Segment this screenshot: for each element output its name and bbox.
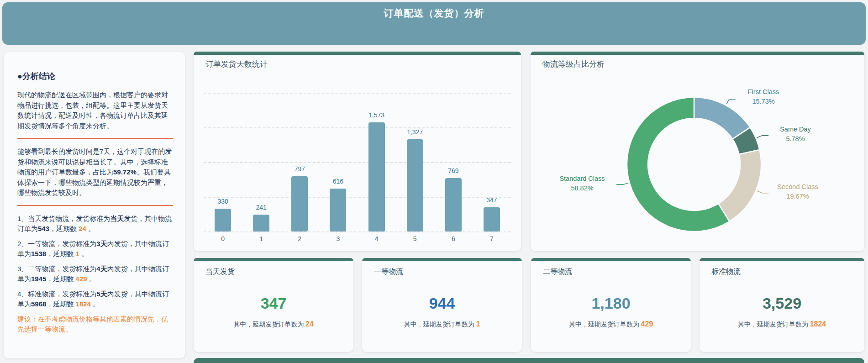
- bar-5-days[interactable]: [407, 139, 423, 231]
- text-run: 。: [79, 250, 88, 258]
- gridline: [204, 93, 511, 94]
- orange-divider: [17, 138, 173, 139]
- page-title: 订单配送（发货）分析: [2, 2, 866, 20]
- analysis-paragraph-2: 能够看到最长的发货时间是7天，这个对于现在的发货和物流来说可以说是相当长了。其中…: [17, 147, 173, 198]
- kpi-card-second-class: 二等物流 1,180 其中，延期发货订单数为 429: [531, 258, 691, 352]
- bar-chart-card: 订单发货天数统计 33002411797261631,57341,3275769…: [194, 52, 521, 251]
- x-axis-tick: 2: [281, 235, 318, 242]
- card-top-accent: [194, 258, 353, 261]
- bar-chart-title: 订单发货天数统计: [205, 59, 268, 69]
- bar-value-label: 1,327: [397, 128, 433, 136]
- x-axis-tick: 0: [205, 235, 241, 242]
- x-axis-tick: 5: [397, 235, 433, 242]
- text-run: ，延期数: [46, 275, 75, 283]
- slice-percent: 15.73%: [731, 97, 795, 106]
- text-run: 24: [79, 225, 86, 232]
- gridline: [204, 231, 511, 232]
- text-run: 。: [91, 300, 100, 308]
- bar-7-days[interactable]: [484, 207, 500, 231]
- kpi-delay-count: 1: [476, 320, 480, 328]
- kpi-title: 一等物流: [374, 267, 403, 277]
- slice-percent: 5.78%: [766, 134, 825, 144]
- slice-name: First Class: [748, 88, 779, 95]
- gridline: [204, 127, 511, 128]
- gridline: [204, 162, 511, 163]
- bar-6-days[interactable]: [445, 178, 462, 231]
- donut-label-second-class: Second Class19.67%: [761, 182, 834, 201]
- kpi-note: 其中，延期发货订单数为 24: [194, 320, 353, 329]
- donut-chart-card: 物流等级占比分析 First Class15.73%Same Day5.78%S…: [531, 52, 864, 251]
- bar-value-label: 330: [205, 198, 241, 205]
- analysis-conclusion-panel: ●分析结论 现代的物流配送在区域范围内，根据客户的要求对物品进行挑选，包装，组配…: [4, 52, 185, 358]
- next-row-card-accent: [194, 358, 864, 363]
- kpi-note: 其中，延期发货订单数为 429: [531, 320, 691, 329]
- slice-name: Second Class: [777, 183, 818, 190]
- slice-percent: 19.67%: [761, 192, 834, 201]
- text-run: ，延期数: [46, 250, 75, 258]
- slice-name: Standard Class: [559, 175, 605, 182]
- kpi-delay-count: 429: [641, 320, 653, 328]
- text-run: 543: [38, 225, 49, 232]
- bar-2-days[interactable]: [291, 176, 308, 231]
- text-run: 2、一等物流，发货标准为: [17, 240, 96, 247]
- logistics-item-list: 1、当天发货物流，发货标准为当天发货，其中物流订单为543，延期数 24 。2、…: [17, 214, 173, 310]
- donut-label-same-day: Same Day5.78%: [766, 125, 825, 144]
- logistics-item: 1、当天发货物流，发货标准为当天发货，其中物流订单为543，延期数 24 。: [17, 214, 173, 234]
- card-top-accent: [362, 258, 522, 261]
- donut-label-first-class: First Class15.73%: [731, 87, 795, 106]
- kpi-note: 其中，延期发货订单数为 1: [362, 320, 522, 329]
- donut-chart: [531, 52, 864, 251]
- kpi-title: 当天发货: [205, 267, 235, 277]
- kpi-card-same-day: 当天发货 347 其中，延期发货订单数为 24: [194, 258, 353, 352]
- logistics-item: 3、二等物流，发货标准为4天内发货，其中物流订单为1945，延期数 429 。: [17, 264, 173, 284]
- x-axis-tick: 6: [435, 235, 472, 242]
- donut-label-standard-class: Standard Class58.82%: [548, 174, 616, 193]
- logistics-item: 2、一等物流，发货标准为3天内发货，其中物流订单为1538，延期数 1 。: [17, 239, 173, 259]
- advice-text: 建议：在不考虑物流价格等其他因素的情况先，优先选择一等物流。: [17, 314, 173, 335]
- donut-slice-second-class[interactable]: [718, 150, 761, 221]
- bar-0-days[interactable]: [215, 209, 231, 231]
- text-run: 1945: [31, 275, 46, 283]
- text-run: 1、当天发货物流，发货标准为: [17, 215, 110, 222]
- bar-value-label: 616: [320, 178, 356, 185]
- card-top-accent: [531, 258, 691, 261]
- kpi-note-text: 其中，延期发货订单数为: [738, 321, 810, 328]
- x-axis-tick: 1: [243, 235, 279, 242]
- kpi-title: 二等物流: [543, 267, 572, 277]
- text-run: 59.72%: [113, 168, 137, 176]
- header-banner: 订单配送（发货）分析: [2, 2, 866, 45]
- kpi-value: 3,529: [700, 295, 864, 312]
- x-axis-tick: 4: [358, 235, 395, 242]
- kpi-delay-count: 1824: [810, 320, 826, 328]
- kpi-card-standard-class: 标准物流 3,529 其中，延期发货订单数为 1824: [700, 258, 864, 352]
- text-run: 。: [87, 275, 96, 283]
- bar-value-label: 347: [473, 196, 510, 204]
- kpi-card-first-class: 一等物流 944 其中，延期发货订单数为 1: [362, 258, 522, 352]
- bar-value-label: 797: [281, 165, 318, 173]
- kpi-note-text: 其中，延期发货订单数为: [404, 321, 476, 328]
- kpi-note-text: 其中，延期发货订单数为: [569, 321, 641, 328]
- gridline: [204, 197, 511, 198]
- bar-3-days[interactable]: [330, 189, 346, 231]
- label-leader-line: [616, 183, 628, 184]
- kpi-delay-count: 24: [305, 320, 314, 328]
- text-run: 。: [86, 225, 95, 232]
- bar-4-days[interactable]: [368, 122, 385, 231]
- logistics-item: 4、标准物流，发货标准为5天内发货，其中物流订单为5968，延期数 1824 。: [17, 289, 173, 310]
- bar-1-days[interactable]: [253, 215, 269, 231]
- kpi-value: 944: [362, 295, 522, 312]
- slice-percent: 58.82%: [548, 184, 616, 193]
- orange-divider: [17, 205, 173, 206]
- text-run: 1538: [31, 250, 46, 258]
- bar-value-label: 1,573: [358, 111, 395, 119]
- text-run: 4天: [96, 265, 107, 273]
- card-top-accent: [194, 52, 521, 55]
- kpi-value: 1,180: [531, 295, 691, 312]
- bar-value-label: 241: [243, 204, 279, 211]
- bar-value-label: 769: [435, 167, 472, 174]
- text-run: ，延期数: [46, 300, 75, 308]
- text-run: ，延期数: [49, 225, 79, 232]
- text-run: 当天: [110, 215, 124, 222]
- analysis-heading: ●分析结论: [17, 70, 173, 83]
- card-top-accent: [700, 258, 864, 261]
